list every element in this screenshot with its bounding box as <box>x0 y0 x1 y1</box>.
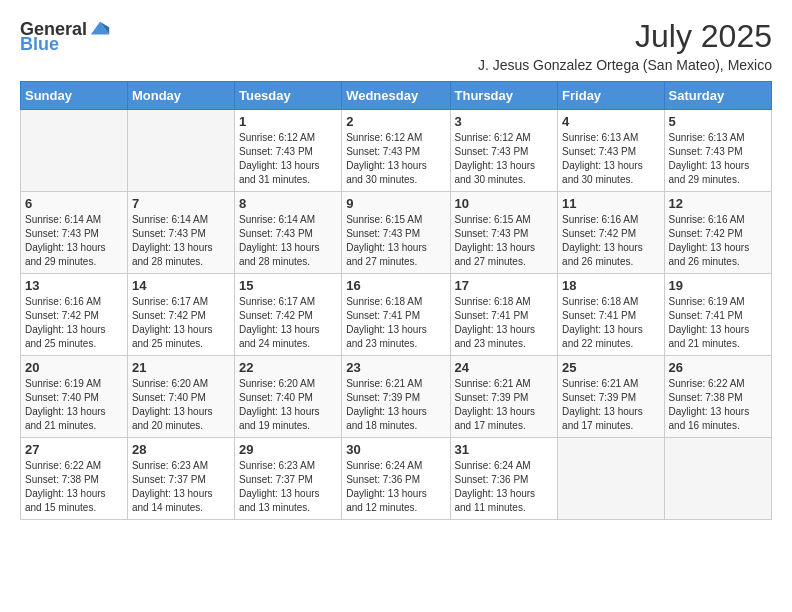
calendar-cell: 4Sunrise: 6:13 AM Sunset: 7:43 PM Daylig… <box>558 110 664 192</box>
calendar-cell: 25Sunrise: 6:21 AM Sunset: 7:39 PM Dayli… <box>558 356 664 438</box>
day-number: 2 <box>346 114 445 129</box>
calendar-cell: 15Sunrise: 6:17 AM Sunset: 7:42 PM Dayli… <box>234 274 341 356</box>
day-info: Sunrise: 6:18 AM Sunset: 7:41 PM Dayligh… <box>455 295 554 351</box>
calendar-cell: 20Sunrise: 6:19 AM Sunset: 7:40 PM Dayli… <box>21 356 128 438</box>
weekday-header-friday: Friday <box>558 82 664 110</box>
day-number: 15 <box>239 278 337 293</box>
day-number: 24 <box>455 360 554 375</box>
calendar-cell: 13Sunrise: 6:16 AM Sunset: 7:42 PM Dayli… <box>21 274 128 356</box>
calendar-cell: 3Sunrise: 6:12 AM Sunset: 7:43 PM Daylig… <box>450 110 558 192</box>
day-number: 21 <box>132 360 230 375</box>
day-info: Sunrise: 6:13 AM Sunset: 7:43 PM Dayligh… <box>669 131 767 187</box>
calendar-cell: 23Sunrise: 6:21 AM Sunset: 7:39 PM Dayli… <box>342 356 450 438</box>
logo: General Blue <box>20 18 111 55</box>
day-info: Sunrise: 6:18 AM Sunset: 7:41 PM Dayligh… <box>346 295 445 351</box>
day-info: Sunrise: 6:17 AM Sunset: 7:42 PM Dayligh… <box>239 295 337 351</box>
calendar-cell: 8Sunrise: 6:14 AM Sunset: 7:43 PM Daylig… <box>234 192 341 274</box>
day-number: 25 <box>562 360 659 375</box>
day-info: Sunrise: 6:24 AM Sunset: 7:36 PM Dayligh… <box>346 459 445 515</box>
day-number: 3 <box>455 114 554 129</box>
day-info: Sunrise: 6:22 AM Sunset: 7:38 PM Dayligh… <box>25 459 123 515</box>
calendar-cell <box>664 438 771 520</box>
day-info: Sunrise: 6:13 AM Sunset: 7:43 PM Dayligh… <box>562 131 659 187</box>
weekday-header-monday: Monday <box>127 82 234 110</box>
day-number: 5 <box>669 114 767 129</box>
weekday-header-tuesday: Tuesday <box>234 82 341 110</box>
calendar-cell: 19Sunrise: 6:19 AM Sunset: 7:41 PM Dayli… <box>664 274 771 356</box>
calendar-subtitle: J. Jesus Gonzalez Ortega (San Mateo), Me… <box>478 57 772 73</box>
day-info: Sunrise: 6:12 AM Sunset: 7:43 PM Dayligh… <box>346 131 445 187</box>
day-number: 26 <box>669 360 767 375</box>
day-info: Sunrise: 6:19 AM Sunset: 7:40 PM Dayligh… <box>25 377 123 433</box>
calendar-week-4: 20Sunrise: 6:19 AM Sunset: 7:40 PM Dayli… <box>21 356 772 438</box>
day-info: Sunrise: 6:18 AM Sunset: 7:41 PM Dayligh… <box>562 295 659 351</box>
weekday-header-sunday: Sunday <box>21 82 128 110</box>
title-area: July 2025 J. Jesus Gonzalez Ortega (San … <box>478 18 772 73</box>
calendar-cell: 16Sunrise: 6:18 AM Sunset: 7:41 PM Dayli… <box>342 274 450 356</box>
day-number: 4 <box>562 114 659 129</box>
day-number: 19 <box>669 278 767 293</box>
calendar-cell: 22Sunrise: 6:20 AM Sunset: 7:40 PM Dayli… <box>234 356 341 438</box>
calendar-cell: 6Sunrise: 6:14 AM Sunset: 7:43 PM Daylig… <box>21 192 128 274</box>
calendar-cell: 1Sunrise: 6:12 AM Sunset: 7:43 PM Daylig… <box>234 110 341 192</box>
day-number: 14 <box>132 278 230 293</box>
day-info: Sunrise: 6:19 AM Sunset: 7:41 PM Dayligh… <box>669 295 767 351</box>
day-info: Sunrise: 6:16 AM Sunset: 7:42 PM Dayligh… <box>669 213 767 269</box>
calendar-cell <box>127 110 234 192</box>
day-info: Sunrise: 6:20 AM Sunset: 7:40 PM Dayligh… <box>239 377 337 433</box>
day-info: Sunrise: 6:12 AM Sunset: 7:43 PM Dayligh… <box>239 131 337 187</box>
day-number: 12 <box>669 196 767 211</box>
day-info: Sunrise: 6:16 AM Sunset: 7:42 PM Dayligh… <box>562 213 659 269</box>
day-info: Sunrise: 6:15 AM Sunset: 7:43 PM Dayligh… <box>455 213 554 269</box>
day-info: Sunrise: 6:14 AM Sunset: 7:43 PM Dayligh… <box>25 213 123 269</box>
calendar-cell: 11Sunrise: 6:16 AM Sunset: 7:42 PM Dayli… <box>558 192 664 274</box>
day-info: Sunrise: 6:24 AM Sunset: 7:36 PM Dayligh… <box>455 459 554 515</box>
day-number: 8 <box>239 196 337 211</box>
day-number: 31 <box>455 442 554 457</box>
day-info: Sunrise: 6:21 AM Sunset: 7:39 PM Dayligh… <box>562 377 659 433</box>
day-info: Sunrise: 6:22 AM Sunset: 7:38 PM Dayligh… <box>669 377 767 433</box>
day-number: 9 <box>346 196 445 211</box>
day-info: Sunrise: 6:14 AM Sunset: 7:43 PM Dayligh… <box>132 213 230 269</box>
calendar-cell: 5Sunrise: 6:13 AM Sunset: 7:43 PM Daylig… <box>664 110 771 192</box>
calendar-week-3: 13Sunrise: 6:16 AM Sunset: 7:42 PM Dayli… <box>21 274 772 356</box>
day-info: Sunrise: 6:20 AM Sunset: 7:40 PM Dayligh… <box>132 377 230 433</box>
calendar-cell <box>21 110 128 192</box>
calendar-cell: 30Sunrise: 6:24 AM Sunset: 7:36 PM Dayli… <box>342 438 450 520</box>
day-number: 16 <box>346 278 445 293</box>
weekday-header-thursday: Thursday <box>450 82 558 110</box>
day-number: 1 <box>239 114 337 129</box>
day-number: 6 <box>25 196 123 211</box>
weekday-header-row: SundayMondayTuesdayWednesdayThursdayFrid… <box>21 82 772 110</box>
calendar-cell: 29Sunrise: 6:23 AM Sunset: 7:37 PM Dayli… <box>234 438 341 520</box>
calendar-week-1: 1Sunrise: 6:12 AM Sunset: 7:43 PM Daylig… <box>21 110 772 192</box>
day-info: Sunrise: 6:17 AM Sunset: 7:42 PM Dayligh… <box>132 295 230 351</box>
page-header: General Blue July 2025 J. Jesus Gonzalez… <box>10 10 782 73</box>
day-info: Sunrise: 6:15 AM Sunset: 7:43 PM Dayligh… <box>346 213 445 269</box>
day-info: Sunrise: 6:12 AM Sunset: 7:43 PM Dayligh… <box>455 131 554 187</box>
calendar-week-5: 27Sunrise: 6:22 AM Sunset: 7:38 PM Dayli… <box>21 438 772 520</box>
logo-icon <box>89 18 111 40</box>
day-number: 23 <box>346 360 445 375</box>
calendar-cell: 2Sunrise: 6:12 AM Sunset: 7:43 PM Daylig… <box>342 110 450 192</box>
calendar-cell: 9Sunrise: 6:15 AM Sunset: 7:43 PM Daylig… <box>342 192 450 274</box>
day-info: Sunrise: 6:23 AM Sunset: 7:37 PM Dayligh… <box>239 459 337 515</box>
day-number: 27 <box>25 442 123 457</box>
day-number: 11 <box>562 196 659 211</box>
day-number: 7 <box>132 196 230 211</box>
calendar-cell: 12Sunrise: 6:16 AM Sunset: 7:42 PM Dayli… <box>664 192 771 274</box>
day-info: Sunrise: 6:21 AM Sunset: 7:39 PM Dayligh… <box>455 377 554 433</box>
calendar-cell: 17Sunrise: 6:18 AM Sunset: 7:41 PM Dayli… <box>450 274 558 356</box>
calendar-table: SundayMondayTuesdayWednesdayThursdayFrid… <box>20 81 772 520</box>
calendar-cell: 27Sunrise: 6:22 AM Sunset: 7:38 PM Dayli… <box>21 438 128 520</box>
logo-blue: Blue <box>20 34 59 55</box>
calendar-cell: 28Sunrise: 6:23 AM Sunset: 7:37 PM Dayli… <box>127 438 234 520</box>
day-number: 17 <box>455 278 554 293</box>
day-number: 22 <box>239 360 337 375</box>
calendar-cell: 7Sunrise: 6:14 AM Sunset: 7:43 PM Daylig… <box>127 192 234 274</box>
day-info: Sunrise: 6:14 AM Sunset: 7:43 PM Dayligh… <box>239 213 337 269</box>
day-number: 13 <box>25 278 123 293</box>
calendar-week-2: 6Sunrise: 6:14 AM Sunset: 7:43 PM Daylig… <box>21 192 772 274</box>
calendar-cell <box>558 438 664 520</box>
month-title: July 2025 <box>478 18 772 55</box>
